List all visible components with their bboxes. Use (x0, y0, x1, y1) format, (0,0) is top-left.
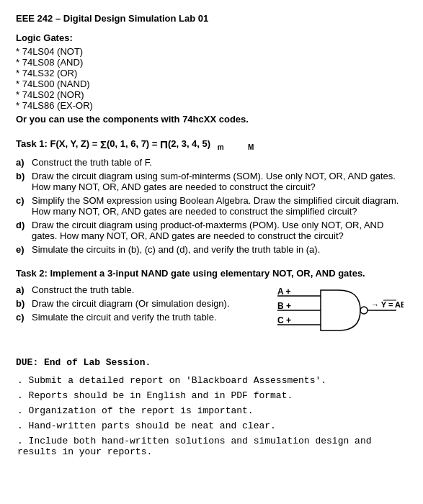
item-content: Simulate the circuit and verify the trut… (32, 312, 263, 323)
list-item: d) Draw the circuit diagram using produc… (16, 220, 407, 241)
logic-gates-list: 74LS04 (NOT) 74LS08 (AND) 74LS32 (OR) 74… (16, 46, 407, 111)
item-content: Simulate the circuits in (b), (c) and (d… (32, 244, 407, 255)
item-label: e) (16, 244, 32, 255)
nand-gate-diagram: A + B + C + → Y = ABC (277, 282, 407, 341)
due-item: . Submit a detailed report on 'Blackboar… (16, 375, 407, 386)
item-content: Draw the circuit diagram using sum-of-mi… (32, 171, 407, 192)
task1-title: Task 1: F(X, Y, Z) = Σ(0, 1, 6, 7) = Π(2… (16, 138, 407, 151)
item-label: d) (16, 220, 32, 241)
list-item: c) Simulate the circuit and verify the t… (16, 312, 263, 323)
task2-description: Implement a 3-input NAND gate using elem… (50, 268, 365, 279)
task1-label: Task 1: (16, 138, 48, 149)
item-content: Construct the truth table. (32, 284, 263, 295)
task1-section: Task 1: F(X, Y, Z) = Σ(0, 1, 6, 7) = Π(2… (16, 138, 407, 255)
list-item: e) Simulate the circuits in (b), (c) and… (16, 244, 407, 255)
list-item: b) Draw the circuit diagram (Or simulati… (16, 298, 263, 309)
item-content: Draw the circuit diagram (Or simulation … (32, 298, 263, 309)
task1-sublist: a) Construct the truth table of F. b) Dr… (16, 157, 407, 255)
item-content: Draw the circuit diagram using product-o… (32, 220, 407, 241)
task2-sublist: a) Construct the truth table. b) Draw th… (16, 284, 263, 325)
task2-section: Task 2: Implement a 3-input NAND gate us… (16, 268, 407, 341)
logic-gates-title: Logic Gates: (16, 32, 407, 43)
list-item: a) Construct the truth table. (16, 284, 263, 295)
list-item: 74LS04 (NOT) (16, 46, 407, 57)
item-label: b) (16, 298, 32, 309)
list-item: 74LS02 (NOR) (16, 89, 407, 100)
item-label: a) (16, 157, 32, 168)
svg-point-6 (360, 307, 368, 314)
item-label: c) (16, 312, 32, 323)
due-section: DUE: End of Lab Session. . Submit a deta… (16, 357, 407, 457)
item-label: c) (16, 195, 32, 217)
list-item: b) Draw the circuit diagram using sum-of… (16, 171, 407, 192)
task2-label: Task 2: (16, 268, 48, 279)
list-item: 74LS00 (NAND) (16, 78, 407, 89)
logic-gates-section: Logic Gates: 74LS04 (NOT) 74LS08 (AND) 7… (16, 32, 407, 125)
list-item: c) Simplify the SOM expression using Boo… (16, 195, 407, 217)
svg-text:A +: A + (277, 287, 291, 297)
task2-row: a) Construct the truth table. b) Draw th… (16, 284, 407, 341)
due-item: . Organization of the report is importan… (16, 405, 407, 416)
list-item: a) Construct the truth table of F. (16, 157, 407, 168)
or-note: Or you can use the components with 74hcX… (16, 114, 407, 125)
item-label: b) (16, 171, 32, 192)
due-item: . Hand-written parts should be neat and … (16, 420, 407, 431)
list-item: 74LS86 (EX-OR) (16, 100, 407, 111)
svg-text:C +: C + (277, 315, 291, 325)
list-item: 74LS32 (OR) (16, 68, 407, 78)
due-item: . Reports should be in English and in PD… (16, 390, 407, 401)
due-item-last: . Include both hand-written solutions an… (16, 436, 407, 457)
item-content: Simplify the SOM expression using Boolea… (32, 195, 407, 217)
svg-text:→ Y = ABC: → Y = ABC (371, 300, 404, 309)
item-content: Construct the truth table of F. (32, 157, 407, 168)
task2-title: Task 2: Implement a 3-input NAND gate us… (16, 268, 407, 279)
item-label: a) (16, 284, 32, 295)
list-item: 74LS08 (AND) (16, 57, 407, 68)
task1-function: F(X, Y, Z) = Σ(0, 1, 6, 7) = Π(2, 3, 4, … (50, 138, 214, 149)
due-title: DUE: End of Lab Session. (16, 357, 407, 368)
page-title: EEE 242 – Digital Design Simulation Lab … (16, 13, 407, 24)
svg-text:B +: B + (277, 301, 291, 311)
